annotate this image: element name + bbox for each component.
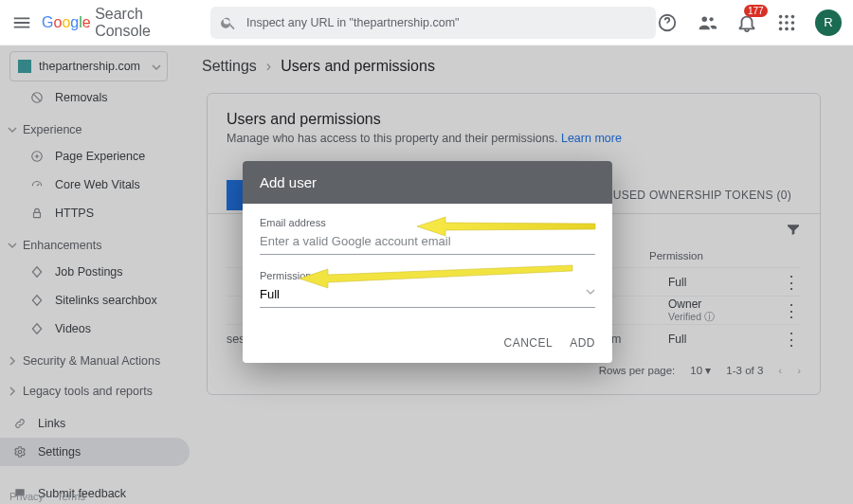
add-button[interactable]: ADD [570, 336, 595, 350]
email-label: Email address [260, 217, 595, 228]
svg-point-8 [791, 21, 795, 25]
top-actions: 177 R [656, 9, 842, 36]
people-icon[interactable] [696, 11, 718, 34]
cancel-button[interactable]: CANCEL [503, 336, 553, 350]
svg-point-6 [779, 21, 783, 25]
permission-label: Permission [260, 270, 595, 281]
svg-point-4 [785, 14, 789, 18]
svg-point-7 [785, 21, 789, 25]
svg-point-2 [709, 17, 713, 21]
svg-point-11 [791, 27, 795, 30]
svg-point-1 [702, 16, 708, 21]
email-field[interactable] [260, 228, 595, 255]
svg-point-3 [779, 14, 783, 18]
chevron-down-icon [586, 287, 595, 297]
help-icon[interactable] [656, 11, 679, 34]
search-placeholder: Inspect any URL in "thepartnership.com" [246, 16, 460, 29]
footer-links: Privacy Terms [9, 491, 85, 502]
svg-point-9 [779, 27, 783, 30]
terms-link[interactable]: Terms [57, 491, 85, 502]
add-user-dialog: Add user Email address Permission CANCEL… [243, 161, 612, 363]
dialog-actions: CANCEL ADD [243, 329, 612, 363]
notif-badge: 177 [744, 5, 768, 17]
menu-icon[interactable] [11, 11, 32, 34]
search-icon [220, 14, 237, 31]
product-logo: Google Search Console [42, 6, 190, 40]
url-inspect-search[interactable]: Inspect any URL in "thepartnership.com" [210, 7, 656, 39]
notifications-icon[interactable]: 177 [735, 11, 758, 34]
apps-icon[interactable] [775, 11, 798, 34]
svg-point-5 [791, 14, 795, 18]
account-avatar[interactable]: R [815, 9, 842, 36]
svg-point-10 [785, 27, 789, 30]
permission-select[interactable] [260, 281, 595, 308]
privacy-link[interactable]: Privacy [9, 491, 44, 502]
dialog-title: Add user [243, 161, 612, 204]
top-bar: Google Search Console Inspect any URL in… [0, 0, 853, 45]
